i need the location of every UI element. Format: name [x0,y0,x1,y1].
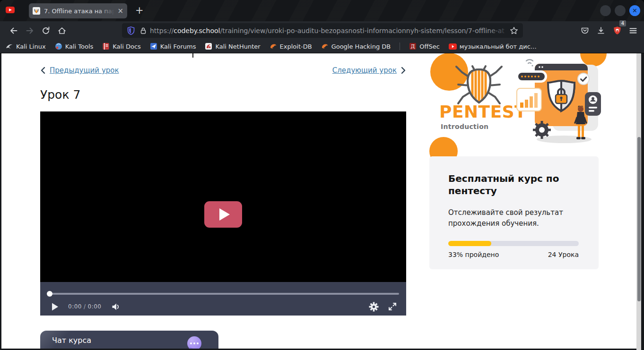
previous-lesson-link[interactable]: Предыдущий урок [40,66,119,75]
tracking-protection-shield-icon[interactable] [127,26,135,35]
offsec-icon: Д [409,43,417,50]
titlebar: 7. Offline атака на пароли × + ✕ [0,0,644,21]
bookmark-kali-forums[interactable]: Kali Forums [150,43,196,50]
kali-dragon-icon [6,43,13,50]
window-controls: ✕ [600,5,640,16]
bookmark-google-hacking-db[interactable]: Google Hacking DB [321,43,391,50]
brand-subtitle: Introduction [441,123,488,130]
fullscreen-button[interactable] [388,302,397,311]
tab-close-button[interactable]: × [117,8,123,15]
youtube-icon [449,43,457,50]
browser-tab[interactable]: 7. Offline атака на пароли × [29,3,127,18]
youtube-pinned-tab-icon[interactable] [6,7,15,13]
kali-nethunter-icon [205,43,212,50]
bookmark-star-button[interactable] [510,26,518,35]
back-button[interactable] [6,24,22,38]
new-tab-button[interactable]: + [135,5,144,16]
chat-title: Чат курса [52,336,91,345]
kali-forums-icon [150,43,157,50]
exploit-db-icon [270,43,277,50]
brand-name: PENTEST [439,102,526,121]
google-hacking-db-icon [321,43,329,50]
next-lesson-link[interactable]: Следующий урок [332,66,406,75]
url-protocol: https:// [150,27,174,34]
forward-button[interactable] [22,24,38,38]
lock-icon[interactable] [139,26,147,35]
pocket-button[interactable] [577,24,593,38]
lesson-title: Урок 7 [40,88,80,102]
course-card-title: Бесплатный курс по пентесту [448,172,569,197]
big-play-button[interactable] [204,201,242,228]
progress-percent-label: 33% пройдено [448,251,499,258]
menu-button[interactable] [625,24,641,38]
url-text[interactable]: https://codeby.school/training/view/urok… [150,27,510,34]
bookmark-kali-linux[interactable]: Kali Linux [6,43,46,50]
pentest-spider-logo-icon [452,65,506,105]
toolbar-right-icons: 4 [577,21,641,40]
url-domain: codeby.school [174,27,220,34]
kali-tools-icon [55,43,62,50]
course-progress-card: Бесплатный курс по пентесту Отслеживайте… [429,156,599,269]
video-screen[interactable] [40,111,406,282]
navigation-toolbar: https://codeby.school/training/view/urok… [0,21,644,40]
video-player: 0:00/0:00 [40,111,406,316]
clipped-heading-descender [192,53,193,58]
url-path: /training/view/uroki-po-auditu-bezopasno… [220,27,504,34]
browser-window: 7. Offline атака на пароли × + ✕ [0,0,644,350]
page-content: Предыдущий урок Следующий урок Урок 7 0:… [1,53,636,349]
bookmarks-bar: Kali Linux Kali Tools Kali Docs Kali For… [0,40,644,53]
chat-bubble-icon[interactable] [187,336,201,349]
duration: 0:00 [88,303,102,310]
minimize-button[interactable] [600,5,611,16]
adblock-extension-button[interactable]: 4 [609,24,625,38]
security-illustration [516,54,601,145]
bookmarks-separator [400,43,400,50]
tab-title: 7. Offline атака на пароли [44,8,114,15]
codeby-owl-favicon-icon [33,7,40,15]
page-scrollbar-thumb[interactable] [637,137,641,301]
course-progress-bar [448,241,579,246]
close-button[interactable]: ✕ [629,5,640,16]
chevron-right-icon [401,67,406,74]
chevron-left-icon [40,67,45,74]
bookmark-kali-tools[interactable]: Kali Tools [55,43,94,50]
url-bar[interactable]: https://codeby.school/training/view/urok… [122,23,523,38]
bookmark-kali-docs[interactable]: Kali Docs [102,43,141,50]
red-shield-extension-icon [613,26,622,35]
bookmark-music-bot[interactable]: музыкальный бот дис… [449,43,537,50]
current-time: 0:00 [68,303,82,310]
volume-button[interactable] [112,303,121,311]
time-display: 0:00/0:00 [68,303,101,310]
course-progress-fill [448,241,491,246]
bookmark-offsec[interactable]: Д OffSec [409,43,440,50]
bookmark-exploit-db[interactable]: Exploit-DB [270,43,312,50]
bookmark-kali-nethunter[interactable]: Kali NetHunter [205,43,260,50]
settings-gear-button[interactable] [369,302,379,312]
seek-handle[interactable] [47,291,52,297]
video-controls: 0:00/0:00 [40,282,406,316]
home-button[interactable] [54,24,70,38]
page-scrollbar[interactable] [636,53,641,350]
extension-badge: 4 [619,20,626,26]
maximize-button[interactable] [615,5,626,16]
play-button[interactable] [52,303,59,311]
seek-bar[interactable] [49,293,399,295]
downloads-button[interactable] [593,24,609,38]
kali-docs-icon [102,43,110,50]
course-chat-widget[interactable]: Чат курса [40,331,218,349]
svg-text:Д: Д [411,43,415,50]
course-banner: PENTEST Introduction [429,53,599,151]
lessons-count-label: 24 Урока [548,251,579,258]
reload-button[interactable] [38,24,54,38]
course-card-description: Отслеживайте свой результат прохождения … [448,207,564,229]
